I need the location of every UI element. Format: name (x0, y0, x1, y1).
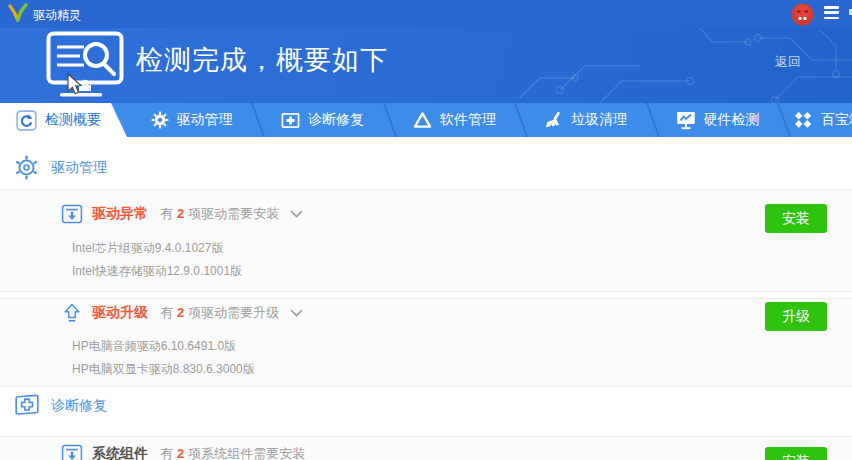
issue-count: 2 (177, 206, 184, 221)
tab-label: 垃圾清理 (571, 111, 627, 129)
summary-banner: 检测完成，概要如下 返回 (0, 28, 852, 103)
group-title: 驱动异常 (92, 205, 148, 223)
section-title: 驱动管理 (51, 159, 107, 177)
tab-label: 诊断修复 (308, 111, 364, 129)
install-button[interactable]: 安装 (765, 204, 827, 233)
gear-outline-icon (14, 155, 39, 180)
app-logo-icon (7, 3, 29, 25)
refresh-doc-icon (16, 110, 37, 131)
driver-detail-item: HP电脑双显卡驱动8.830.6.3000版 (72, 361, 255, 378)
tab-driver-management[interactable]: 驱动管理 (126, 103, 257, 137)
group-summary: 有2项驱动需要升级 (160, 304, 279, 322)
tab-label: 检测概要 (45, 111, 101, 129)
tab-toolbox[interactable]: 百宝箱 (783, 103, 852, 137)
main-tab-bar: 检测概要 (0, 103, 852, 137)
upgrade-button[interactable]: 升级 (765, 302, 827, 331)
tab-label: 硬件检测 (704, 111, 760, 129)
tab-label: 驱动管理 (177, 111, 233, 129)
banner-heading: 检测完成，概要如下 (136, 42, 388, 78)
group-summary: 有2项驱动需要安装 (160, 205, 279, 223)
chevron-down-icon[interactable] (290, 210, 303, 218)
install-button[interactable]: 安装 (765, 447, 827, 460)
section-title: 诊断修复 (51, 397, 107, 415)
issue-count: 2 (177, 305, 184, 320)
tab-detection-summary[interactable]: 检测概要 (0, 103, 127, 137)
driver-detail-item: Intel芯片组驱动9.4.0.1027版 (72, 240, 223, 257)
component-install-box-icon (61, 443, 83, 460)
scan-complete-monitor-icon (46, 31, 128, 99)
hamburger-menu-icon[interactable] (824, 6, 839, 20)
triangle-icon (413, 111, 432, 129)
red-avatar-icon[interactable] (790, 2, 815, 27)
mouse-cursor-icon (66, 73, 86, 97)
tab-garbage-cleanup[interactable]: 垃圾清理 (520, 103, 651, 137)
tab-label: 百宝箱 (821, 111, 852, 129)
repair-window-icon (281, 111, 300, 130)
driver-install-box-icon (61, 203, 83, 225)
driver-detail-item: Intel快速存储驱动12.9.0.1001版 (72, 263, 242, 280)
gear-icon (151, 111, 169, 129)
group-summary: 有2项系统组件需要安装 (160, 445, 305, 460)
tab-hardware-detection[interactable]: 硬件检测 (652, 103, 783, 137)
driver-detail-item: HP电脑音频驱动6.10.6491.0版 (72, 338, 236, 355)
broom-icon (544, 111, 563, 130)
tab-diagnosis-repair[interactable]: 诊断修复 (257, 103, 388, 137)
monitor-chart-icon (676, 110, 696, 130)
app-window: 驱动精灵 (0, 0, 852, 460)
issue-count: 2 (177, 446, 184, 460)
group-header-row: 系统组件 有2项系统组件需要安装 (61, 443, 305, 460)
section-diagnosis-repair-header: 诊断修复 (0, 391, 852, 421)
back-button[interactable]: 返回 (775, 53, 801, 71)
repair-window-outline-icon (14, 391, 40, 417)
driver-upgrade-group: 驱动升级 有2项驱动需要升级 HP电脑音频驱动6.10.6491.0版 HP电脑… (0, 298, 852, 387)
app-title: 驱动精灵 (33, 7, 81, 24)
group-title: 驱动升级 (92, 304, 148, 322)
system-components-group: 系统组件 有2项系统组件需要安装 安装 (0, 436, 852, 460)
driver-abnormal-group: 驱动异常 有2项驱动需要安装 Intel芯片组驱动9.4.0.1027版 Int… (0, 189, 852, 292)
title-bar: 驱动精灵 (0, 0, 852, 28)
toolbox-icon (793, 111, 813, 130)
group-header-row: 驱动升级 有2项驱动需要升级 (61, 302, 303, 324)
group-title: 系统组件 (92, 445, 148, 460)
tab-label: 软件管理 (440, 111, 496, 129)
tab-software-management[interactable]: 软件管理 (389, 103, 520, 137)
section-driver-management-header: 驱动管理 (0, 155, 852, 185)
chevron-down-icon[interactable] (290, 309, 303, 317)
group-header-row: 驱动异常 有2项驱动需要安装 (61, 203, 303, 225)
driver-upgrade-arrow-icon (61, 302, 83, 324)
